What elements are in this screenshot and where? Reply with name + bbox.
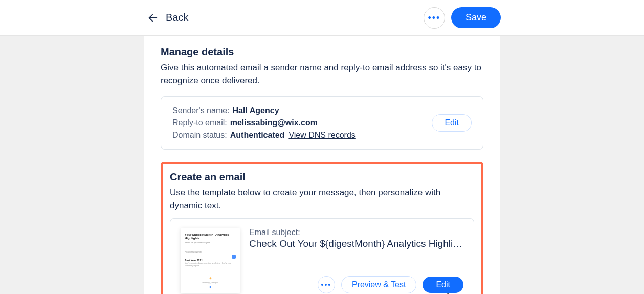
more-actions-button[interactable]: ••• [424, 7, 445, 29]
dots-icon: ••• [321, 281, 332, 288]
create-title: Create an email [170, 171, 474, 183]
email-info: Email subject: Check Out Your ${digestMo… [249, 228, 463, 293]
back-button[interactable]: Back [147, 12, 188, 24]
edit-email-button[interactable]: Edit [423, 277, 463, 293]
edit-details-button[interactable]: Edit [432, 114, 472, 132]
domain-value: Authenticated [230, 131, 285, 140]
save-button[interactable]: Save [451, 7, 501, 28]
sender-row: Sender's name: Hall Agency [172, 106, 432, 115]
email-card: Your ${digestMonth} Analytics Highlights… [170, 218, 474, 294]
email-more-button[interactable]: ••• [318, 276, 335, 293]
thumb-badge-icon [232, 255, 236, 259]
cursor-icon [446, 292, 454, 294]
manage-details-section: Manage details Give this automated email… [161, 46, 483, 150]
email-template-thumbnail[interactable]: Your ${digestMonth} Analytics Highlights… [181, 228, 240, 293]
topbar: Back ••• Save [0, 0, 644, 36]
sender-label: Sender's name: [172, 106, 230, 115]
email-subject-group: Email subject: Check Out Your ${digestMo… [249, 228, 463, 249]
star-icon: ✦ [181, 276, 240, 281]
sender-value: Hall Agency [233, 106, 279, 115]
manage-title: Manage details [161, 46, 483, 58]
details-list: Sender's name: Hall Agency Reply-to emai… [172, 106, 432, 140]
reply-row: Reply-to email: melissabing@wix.com [172, 118, 432, 128]
thumb-sub: Based on your site analytics [185, 241, 236, 244]
details-card: Sender's name: Hall Agency Reply-to emai… [161, 96, 483, 150]
email-actions: ••• Preview & Test Edit [249, 276, 463, 293]
back-label: Back [166, 12, 188, 24]
domain-row: Domain status: Authenticated View DNS re… [172, 131, 432, 140]
reply-label: Reply-to email: [172, 118, 227, 128]
dns-records-link[interactable]: View DNS records [288, 131, 355, 140]
dots-icon: ••• [428, 13, 441, 23]
manage-description: Give this automated email a sender name … [161, 61, 483, 87]
create-description: Use the template below to create your me… [170, 186, 474, 212]
domain-label: Domain status: [172, 131, 227, 140]
main-panel: Manage details Give this automated email… [144, 36, 500, 294]
subject-label: Email subject: [249, 228, 463, 237]
thumb-footer: ✦ monthly_spotlight ◆ [181, 276, 240, 288]
arrow-left-icon [147, 12, 159, 24]
subject-value: Check Out Your ${digestMonth} Analytics … [249, 238, 463, 249]
create-email-section: Create an email Use the template below t… [161, 162, 483, 294]
thumb-title: Your ${digestMonth} Analytics Highlights [185, 233, 236, 240]
reply-value: melissabing@wix.com [230, 118, 318, 128]
preview-test-button[interactable]: Preview & Test [341, 276, 417, 293]
thumb-logo-icon: ◆ [181, 285, 240, 288]
thumb-body: You've received your monthly analytics. … [185, 262, 236, 267]
topbar-actions: ••• Save [424, 7, 501, 29]
